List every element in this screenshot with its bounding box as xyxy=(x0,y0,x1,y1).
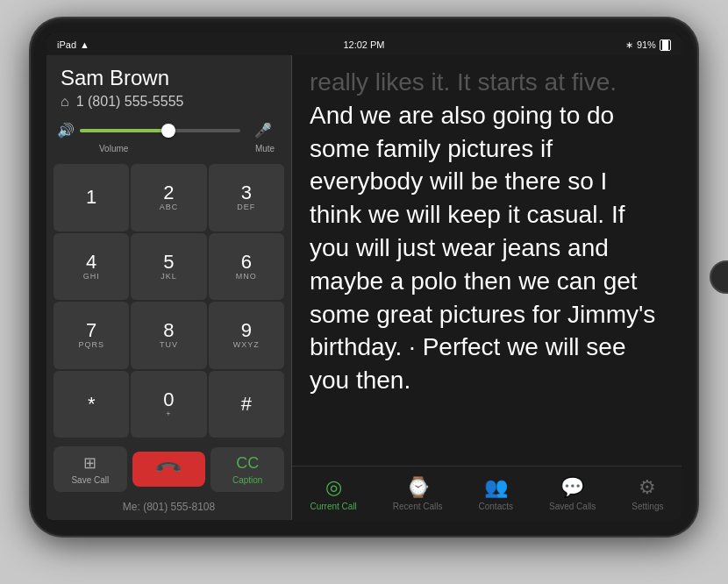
status-bar: iPad ▲ 12:02 PM ∗ 91% █ xyxy=(46,34,682,55)
dial-key-letters: TUV xyxy=(160,340,178,349)
tab-label: Saved Calls xyxy=(549,502,596,511)
ipad-reflection xyxy=(101,539,627,566)
action-row: ⊞ Save Call 📞 CC Caption xyxy=(46,441,291,497)
left-panel: Sam Brown ⌂ 1 (801) 555-5555 🔊 xyxy=(46,55,292,520)
recent-calls-icon: ⌚ xyxy=(406,476,430,499)
dialpad: 12ABC3DEF4GHI5JKL6MNO7PQRS8TUV9WXYZ*0+# xyxy=(46,160,291,441)
volume-label: Volume xyxy=(80,144,244,153)
tab-contacts[interactable]: 👥Contacts xyxy=(468,471,524,516)
dial-key-letters: WXYZ xyxy=(233,340,260,349)
mute-icon: 🎤 xyxy=(254,122,272,139)
dial-key-7[interactable]: 7PQRS xyxy=(54,302,129,369)
dial-key-num: 5 xyxy=(163,253,174,272)
tab-settings[interactable]: ⚙Settings xyxy=(621,471,674,516)
dial-key-3[interactable]: 3DEF xyxy=(209,164,284,231)
dial-key-num: 4 xyxy=(86,253,96,272)
dial-key-letters: ABC xyxy=(160,203,179,211)
tab-label: Current Call xyxy=(310,502,356,511)
saved-calls-icon: 💬 xyxy=(560,476,584,499)
tab-recent-calls[interactable]: ⌚Recent Calls xyxy=(382,471,453,516)
dial-key-num: # xyxy=(241,395,252,414)
dial-key-num: 3 xyxy=(241,183,252,203)
save-call-label: Save Call xyxy=(71,475,109,485)
home-button[interactable] xyxy=(710,260,728,294)
dial-key-num: 9 xyxy=(241,321,252,340)
dial-key-num: 8 xyxy=(163,321,174,340)
caller-name: Sam Brown xyxy=(61,66,277,90)
dial-key-num: * xyxy=(88,395,96,414)
end-call-button[interactable]: 📞 xyxy=(132,452,206,487)
dial-key-letters: PQRS xyxy=(78,340,104,349)
dial-key-num: 6 xyxy=(241,253,252,272)
dial-key-6[interactable]: 6MNO xyxy=(209,233,284,301)
caption-label: Caption xyxy=(232,475,262,485)
ipad-device: iPad ▲ 12:02 PM ∗ 91% █ Sam Brown xyxy=(31,18,697,536)
tab-label: Settings xyxy=(632,502,663,511)
save-call-icon: ⊞ xyxy=(83,453,96,473)
dial-key-letters: MNO xyxy=(236,272,257,281)
dial-key-9[interactable]: 9WXYZ xyxy=(209,302,284,369)
caller-number-row: ⌂ 1 (801) 555-5555 xyxy=(61,94,277,110)
tab-current-call[interactable]: ◎Current Call xyxy=(299,471,367,516)
dial-key-1[interactable]: 1 xyxy=(54,164,129,231)
dial-key-5[interactable]: 5JKL xyxy=(131,233,206,301)
ipad-label: iPad xyxy=(57,39,76,50)
mute-label: Mute xyxy=(249,144,281,153)
volume-slider-fill xyxy=(80,129,168,132)
tab-saved-calls[interactable]: 💬Saved Calls xyxy=(539,471,606,516)
dial-key-8[interactable]: 8TUV xyxy=(131,302,206,369)
dial-key-letters: GHI xyxy=(83,272,100,281)
dial-key-0[interactable]: 0+ xyxy=(131,371,206,438)
volume-slider-thumb[interactable] xyxy=(161,124,175,138)
main-content: Sam Brown ⌂ 1 (801) 555-5555 🔊 xyxy=(46,55,682,520)
save-call-button[interactable]: ⊞ Save Call xyxy=(54,446,127,492)
status-bar-time: 12:02 PM xyxy=(343,39,384,50)
battery-icon: █ xyxy=(660,39,671,51)
ipad-screen: iPad ▲ 12:02 PM ∗ 91% █ Sam Brown xyxy=(46,34,682,520)
current-call-icon: ◎ xyxy=(325,476,342,499)
volume-row: 🔊 🎤 xyxy=(46,117,291,144)
dial-key-2[interactable]: 2ABC xyxy=(131,164,206,231)
volume-labels-row: Volume Mute xyxy=(46,144,291,160)
dial-key-num: 7 xyxy=(86,321,96,340)
bluetooth-icon: ∗ xyxy=(625,39,633,51)
my-number: Me: (801) 555-8108 xyxy=(46,497,291,520)
dial-key-letters: DEF xyxy=(237,203,255,211)
dial-key-4[interactable]: 4GHI xyxy=(54,233,129,301)
dial-key-*[interactable]: * xyxy=(54,371,129,438)
battery-level: 91% xyxy=(637,39,656,50)
caller-info: Sam Brown ⌂ 1 (801) 555-5555 xyxy=(46,55,291,117)
volume-slider-track[interactable] xyxy=(80,129,240,132)
caption-main-text: And we are also going to do some family … xyxy=(310,99,664,397)
dial-key-letters: JKL xyxy=(161,272,177,281)
tab-label: Contacts xyxy=(479,502,513,511)
tab-bar: ◎Current Call⌚Recent Calls👥Contacts💬Save… xyxy=(292,466,682,520)
caption-text-area: really likes it. It starts at five. And … xyxy=(292,55,682,466)
wifi-icon: ▲ xyxy=(80,39,89,50)
caption-button[interactable]: CC Caption xyxy=(211,447,284,492)
dial-key-letters: + xyxy=(166,410,171,418)
dial-key-num: 1 xyxy=(86,188,96,207)
dial-key-num: 0 xyxy=(163,390,174,410)
caption-icon: CC xyxy=(236,454,259,473)
tab-label: Recent Calls xyxy=(393,502,443,511)
contacts-icon: 👥 xyxy=(484,476,508,499)
right-panel: really likes it. It starts at five. And … xyxy=(292,55,682,520)
volume-icon: 🔊 xyxy=(57,122,75,139)
end-call-icon: 📞 xyxy=(153,454,184,485)
caption-faded-text: really likes it. It starts at five. xyxy=(310,66,664,99)
home-icon: ⌂ xyxy=(61,94,69,110)
caller-number-text: 1 (801) 555-5555 xyxy=(76,94,184,110)
dial-key-#[interactable]: # xyxy=(209,371,284,438)
dial-key-num: 2 xyxy=(163,183,174,203)
settings-icon: ⚙ xyxy=(639,476,656,499)
